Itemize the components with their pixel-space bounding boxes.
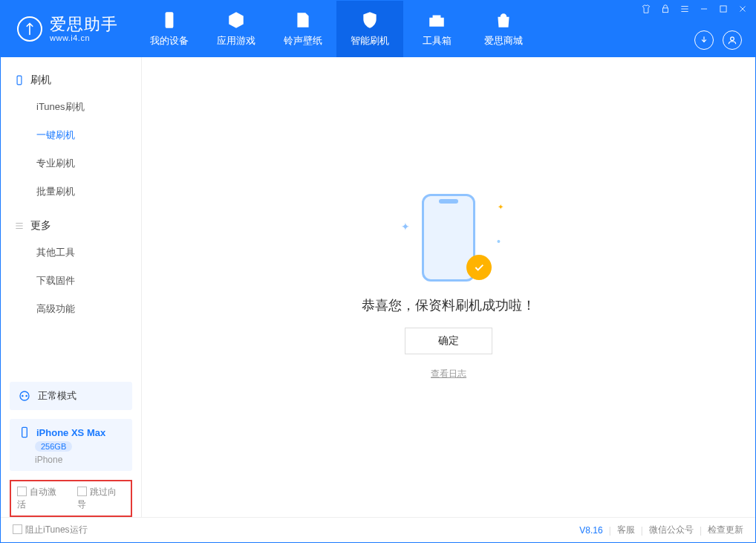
- download-button[interactable]: [694, 30, 714, 50]
- tab-toolbox[interactable]: 工具箱: [403, 1, 470, 57]
- sidebar-item-itunes-flash[interactable]: iTunes刷机: [1, 93, 141, 121]
- sidebar-item-other-tools[interactable]: 其他工具: [1, 238, 141, 267]
- mode-label: 正常模式: [38, 389, 76, 403]
- device-name: iPhone XS Max: [36, 427, 105, 438]
- sidebar-group-flash: 刷机: [1, 68, 141, 93]
- app-site: www.i4.cn: [50, 34, 118, 42]
- view-log-link[interactable]: 查看日志: [431, 368, 466, 380]
- ok-button[interactable]: 确定: [405, 328, 492, 354]
- logo-icon: [17, 16, 42, 42]
- app-header: 爱思助手 www.i4.cn 我的设备 应用游戏 铃声壁纸 智能刷机 工具箱 爱…: [1, 1, 755, 57]
- sparkle-icon: ✦: [401, 221, 410, 233]
- svg-rect-0: [166, 12, 174, 28]
- sparkle-icon: •: [497, 235, 501, 247]
- svg-point-5: [20, 391, 29, 400]
- phone-outline-icon: [14, 75, 25, 85]
- device-type: iPhone: [35, 455, 62, 465]
- tab-apps[interactable]: 应用游戏: [203, 1, 270, 57]
- auto-activate-checkbox[interactable]: 自动激活: [17, 486, 65, 511]
- main-content: ✦ ✦ • 恭喜您，保资料刷机成功啦！ 确定 查看日志: [142, 57, 755, 517]
- toolbox-icon: [427, 10, 446, 30]
- svg-point-3: [731, 37, 734, 41]
- flash-options-row: 自动激活 跳过向导: [10, 480, 132, 517]
- bag-icon: [494, 10, 513, 30]
- app-logo: 爱思助手 www.i4.cn: [1, 16, 131, 42]
- cube-icon: [227, 10, 246, 30]
- group-label: 刷机: [30, 74, 51, 87]
- skip-guide-checkbox[interactable]: 跳过向导: [77, 486, 126, 511]
- list-icon: [14, 221, 25, 231]
- sidebar-item-pro-flash[interactable]: 专业刷机: [1, 149, 141, 178]
- svg-point-6: [22, 395, 24, 397]
- device-icon: [19, 426, 30, 438]
- sidebar-item-batch-flash[interactable]: 批量刷机: [1, 178, 141, 206]
- wechat-link[interactable]: 微信公众号: [649, 524, 694, 536]
- sparkle-icon: ✦: [498, 203, 504, 211]
- sync-icon: [19, 390, 30, 402]
- sidebar-group-more: 更多: [1, 213, 141, 238]
- sidebar-item-one-click[interactable]: 一键刷机: [1, 121, 141, 149]
- tab-label: 工具箱: [423, 34, 452, 48]
- check-badge-icon: [466, 255, 492, 280]
- device-card[interactable]: iPhone XS Max 256GB iPhone: [10, 419, 132, 471]
- window-controls: [641, 4, 748, 14]
- header-right-buttons: [694, 30, 742, 50]
- tab-label: 我的设备: [150, 34, 189, 48]
- version-label: V8.16: [579, 525, 602, 536]
- success-illustration: ✦ ✦ •: [397, 194, 501, 283]
- check-update-link[interactable]: 检查更新: [708, 524, 743, 536]
- tab-my-device[interactable]: 我的设备: [136, 1, 203, 57]
- tab-label: 智能刷机: [351, 34, 389, 48]
- sidebar-item-advanced[interactable]: 高级功能: [1, 295, 141, 323]
- support-link[interactable]: 客服: [617, 524, 635, 536]
- tab-store[interactable]: 爱思商城: [470, 1, 537, 57]
- lock-icon[interactable]: [660, 4, 671, 14]
- tab-flash[interactable]: 智能刷机: [336, 1, 403, 57]
- opt-label: 阻止iTunes运行: [25, 524, 88, 535]
- top-tabs: 我的设备 应用游戏 铃声壁纸 智能刷机 工具箱 爱思商城: [136, 1, 537, 57]
- status-bar: 阻止iTunes运行 V8.16 | 客服 | 微信公众号 | 检查更新: [1, 517, 755, 542]
- shirt-icon[interactable]: [641, 4, 651, 14]
- svg-rect-8: [22, 427, 27, 437]
- app-name: 爱思助手: [50, 16, 118, 33]
- shield-refresh-icon: [360, 10, 379, 30]
- sidebar-item-download-fw[interactable]: 下载固件: [1, 267, 141, 295]
- maximize-button[interactable]: [718, 4, 729, 14]
- phone-icon: [160, 10, 179, 30]
- tab-label: 铃声壁纸: [284, 34, 322, 48]
- group-label: 更多: [30, 219, 51, 233]
- svg-rect-2: [720, 6, 726, 12]
- svg-rect-4: [17, 76, 22, 85]
- account-button[interactable]: [723, 30, 742, 50]
- sidebar: 刷机 iTunes刷机 一键刷机 专业刷机 批量刷机 更多 其他工具 下载固件 …: [1, 57, 142, 517]
- device-mode-card[interactable]: 正常模式: [10, 382, 132, 410]
- menu-icon[interactable]: [680, 4, 690, 14]
- tab-label: 爱思商城: [484, 34, 523, 48]
- block-itunes-checkbox[interactable]: 阻止iTunes运行: [13, 524, 88, 536]
- svg-point-7: [25, 395, 27, 397]
- music-file-icon: [293, 10, 313, 30]
- device-storage: 256GB: [35, 441, 72, 452]
- minimize-button[interactable]: [699, 4, 709, 14]
- tab-ringtones[interactable]: 铃声壁纸: [270, 1, 336, 57]
- tab-label: 应用游戏: [217, 34, 255, 48]
- svg-rect-1: [663, 8, 668, 13]
- close-button[interactable]: [737, 4, 748, 14]
- success-message: 恭喜您，保资料刷机成功啦！: [362, 296, 535, 314]
